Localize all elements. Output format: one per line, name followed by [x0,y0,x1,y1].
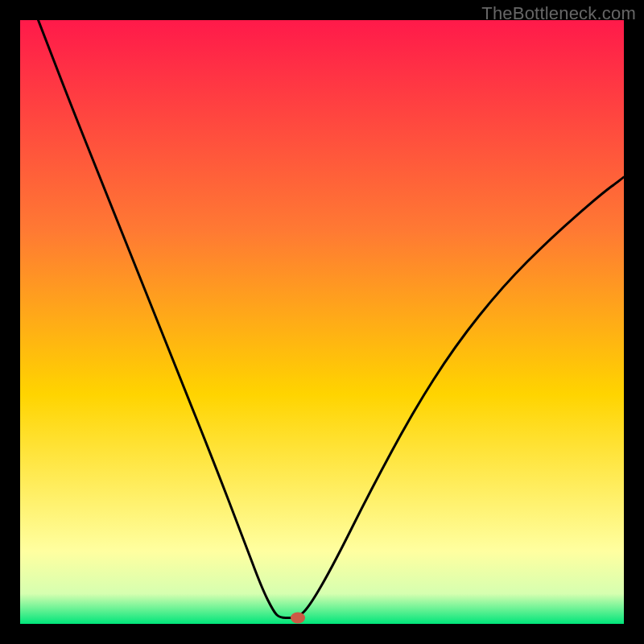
watermark-label: TheBottleneck.com [481,3,636,24]
bottleneck-chart [0,0,644,644]
optimal-marker [291,613,305,624]
chart-container: TheBottleneck.com [0,0,644,644]
gradient-background [20,20,624,624]
